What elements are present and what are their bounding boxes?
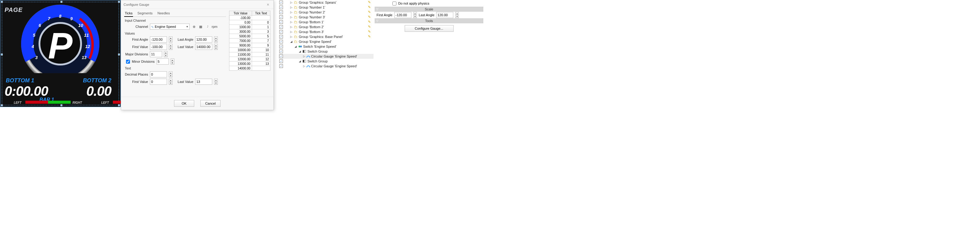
visibility-checkbox[interactable]: ✓	[279, 1, 283, 4]
tick-row[interactable]: 13000.0013	[229, 61, 270, 66]
physics-checkbox[interactable]	[393, 2, 396, 5]
tick-value-cell[interactable]: 14000.00	[229, 66, 252, 71]
tick-text-cell[interactable]: 9	[252, 43, 270, 48]
visibility-checkbox[interactable]: ✓	[279, 35, 283, 38]
tick-row[interactable]: 9000.009	[229, 43, 270, 48]
tick-row[interactable]: 3000.003	[229, 29, 270, 34]
tick-text-cell[interactable]: 0	[252, 20, 270, 25]
last-value-input[interactable]	[195, 44, 212, 50]
first-value-spinner[interactable]: ▲▼	[169, 44, 172, 50]
tick-value-cell[interactable]: 11000.00	[229, 52, 252, 57]
tick-value-cell[interactable]: 9000.00	[229, 43, 252, 48]
expand-icon[interactable]: ◢	[298, 60, 301, 63]
visibility-checkbox[interactable]: ✓	[279, 30, 283, 34]
visibility-checkbox[interactable]: ✓	[279, 64, 283, 68]
visibility-checkbox[interactable]: ✓	[279, 45, 283, 48]
grid-icon[interactable]: ▦	[198, 24, 203, 29]
tick-text-cell[interactable]	[252, 16, 270, 20]
scale-header[interactable]: ▽Scale	[375, 7, 483, 12]
close-icon[interactable]: ×	[265, 2, 271, 8]
minor-div-spinner[interactable]: ▲▼	[171, 58, 174, 65]
resize-handle[interactable]	[1, 1, 3, 3]
visibility-checkbox[interactable]: ✓	[279, 59, 283, 63]
text-first-value-input[interactable]	[150, 78, 167, 85]
tree-row[interactable]: ✓▷🗀Group 'Bottom 1'✎	[278, 19, 374, 24]
expand-icon[interactable]: ▷	[302, 65, 305, 68]
tick-text-cell[interactable]: 11	[252, 52, 270, 57]
tree-row[interactable]: ✓◢Switch 'Engine Speed'	[278, 44, 374, 49]
minor-div-input[interactable]	[157, 58, 169, 65]
expand-icon[interactable]: ▷	[290, 35, 293, 38]
visibility-checkbox[interactable]: ✓	[279, 25, 283, 29]
tick-row[interactable]: 1000.001	[229, 25, 270, 29]
expand-icon[interactable]: ◢	[294, 45, 297, 48]
tick-value-cell[interactable]: 13000.00	[229, 61, 252, 66]
tick-text-cell[interactable]: 7	[252, 38, 270, 43]
layer-tree[interactable]: ✓▷🗀Group 'Graphics: Spears'✎✓▷🗀Group 'Nu…	[278, 0, 374, 235]
tick-text-cell[interactable]: 1	[252, 25, 270, 29]
resize-handle[interactable]	[118, 104, 120, 106]
edit-icon[interactable]: ✎	[368, 30, 372, 34]
tree-row[interactable]: ✓▷🗀Group 'Number 3'✎	[278, 15, 374, 19]
expand-icon[interactable]: ▷	[290, 11, 293, 14]
tick-text-cell[interactable]: 13	[252, 61, 270, 66]
major-div-input[interactable]	[150, 51, 162, 57]
expand-icon[interactable]: ▷	[290, 30, 293, 34]
first-value-input[interactable]	[150, 44, 167, 50]
tree-row[interactable]: ✓◢Switch Group	[278, 49, 374, 54]
prop-first-angle-input[interactable]	[394, 12, 411, 18]
text-first-value-spinner[interactable]: ▲▼	[169, 78, 172, 85]
expand-icon[interactable]: ▷	[290, 16, 293, 19]
expand-icon[interactable]: ◢	[290, 40, 293, 43]
tick-value-cell[interactable]: 5000.00	[229, 34, 252, 38]
tick-row[interactable]: 12000.0012	[229, 57, 270, 61]
tick-value-cell[interactable]: 10000.00	[229, 48, 252, 52]
edit-icon[interactable]: ✎	[368, 15, 372, 19]
tick-row[interactable]: 7000.007	[229, 38, 270, 43]
resize-handle[interactable]	[60, 104, 62, 106]
tick-value-cell[interactable]: 0.00	[229, 20, 252, 25]
decimal-places-spinner[interactable]: ▲▼	[169, 71, 172, 77]
visibility-checkbox[interactable]: ✓	[279, 54, 283, 58]
text-last-value-spinner[interactable]: ▲▼	[214, 78, 218, 85]
tick-text-cell[interactable]: 10	[252, 48, 270, 52]
tick-row[interactable]: 10000.0010	[229, 48, 270, 52]
prop-first-angle-spinner[interactable]: ▲▼	[413, 12, 417, 18]
visibility-checkbox[interactable]: ✓	[279, 5, 283, 9]
channel-combo[interactable]: ∿ Engine Speed ▼	[150, 24, 189, 30]
dialog-titlebar[interactable]: Configure Gauge ×	[121, 0, 274, 9]
tick-value-cell[interactable]: 3000.00	[229, 29, 252, 34]
tree-row[interactable]: ✓▷🗀Group 'Number 1'✎	[278, 5, 374, 10]
edit-icon[interactable]: ✎	[368, 10, 372, 14]
last-angle-spinner[interactable]: ▲▼	[214, 37, 218, 43]
tree-row[interactable]: ✓▷🗀Group 'Graphics: Base Panel'✎	[278, 34, 374, 39]
minor-div-checkbox[interactable]	[126, 60, 130, 64]
prop-last-angle-input[interactable]	[436, 12, 453, 18]
expand-icon[interactable]: ▷	[290, 6, 293, 9]
tick-text-cell[interactable]	[252, 66, 270, 71]
resize-handle[interactable]	[1, 104, 3, 106]
visibility-checkbox[interactable]: ✓	[279, 40, 283, 43]
resize-handle[interactable]	[1, 54, 3, 55]
edit-icon[interactable]: ✎	[368, 25, 372, 29]
expand-icon[interactable]: ◢	[298, 50, 301, 53]
tree-row[interactable]: ✓◢Switch Group	[278, 59, 374, 64]
tick-row[interactable]: 14000.00	[229, 66, 270, 71]
tree-row[interactable]: ✓▷🗀Group 'Graphics: Spears'✎	[278, 0, 374, 5]
tree-row[interactable]: ✓▷🗀Group 'Bottom 3'✎	[278, 29, 374, 34]
edit-icon[interactable]: ✎	[368, 0, 372, 5]
expand-icon[interactable]: ▷	[290, 26, 293, 29]
tick-row[interactable]: 11000.0011	[229, 52, 270, 57]
dashboard-preview[interactable]: PAGE P 345678910111213 BOTTOM 1 BOTTOM 2…	[0, 0, 121, 107]
cancel-button[interactable]: Cancel	[200, 100, 221, 107]
tree-row[interactable]: ✓▷Circular Gauge 'Engine Speed'	[278, 64, 374, 69]
tick-text-cell[interactable]: 5	[252, 34, 270, 38]
tab-needles[interactable]: Needles	[157, 11, 170, 16]
visibility-checkbox[interactable]: ✓	[279, 10, 283, 14]
tick-text-cell[interactable]: 12	[252, 57, 270, 61]
tick-table[interactable]: Tick Value Tick Text -100.000.0001000.00…	[229, 11, 270, 71]
text-last-value-input[interactable]	[195, 78, 212, 85]
tick-value-cell[interactable]: -100.00	[229, 16, 252, 20]
tree-row[interactable]: ✓◢🗀Group 'Engine Speed'	[278, 39, 374, 44]
tick-row[interactable]: 5000.005	[229, 34, 270, 38]
